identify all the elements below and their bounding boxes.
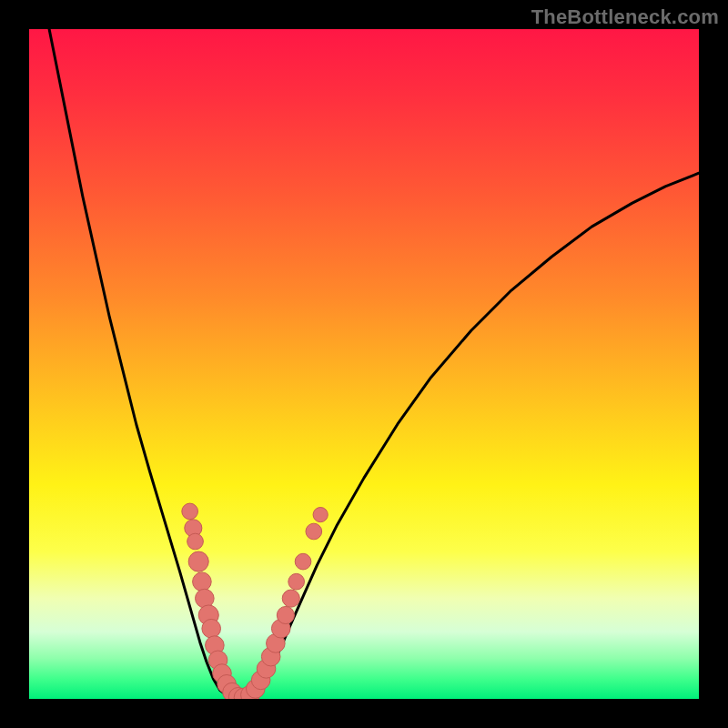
data-dot [306, 523, 322, 540]
data-dot [282, 590, 299, 607]
data-dot [313, 508, 328, 522]
chart-plot-area [29, 29, 699, 699]
watermark-label: TheBottleneck.com [531, 5, 719, 29]
data-dot [277, 606, 294, 623]
chart-frame: TheBottleneck.com [0, 0, 728, 728]
data-dot [193, 572, 212, 592]
data-dot [182, 503, 198, 520]
data-dot [188, 551, 208, 571]
data-dot [288, 573, 305, 590]
data-dot [187, 533, 204, 550]
data-dot [295, 553, 311, 570]
data-dot [202, 619, 221, 638]
chart-background-gradient [29, 29, 699, 699]
chart-svg [29, 29, 699, 699]
